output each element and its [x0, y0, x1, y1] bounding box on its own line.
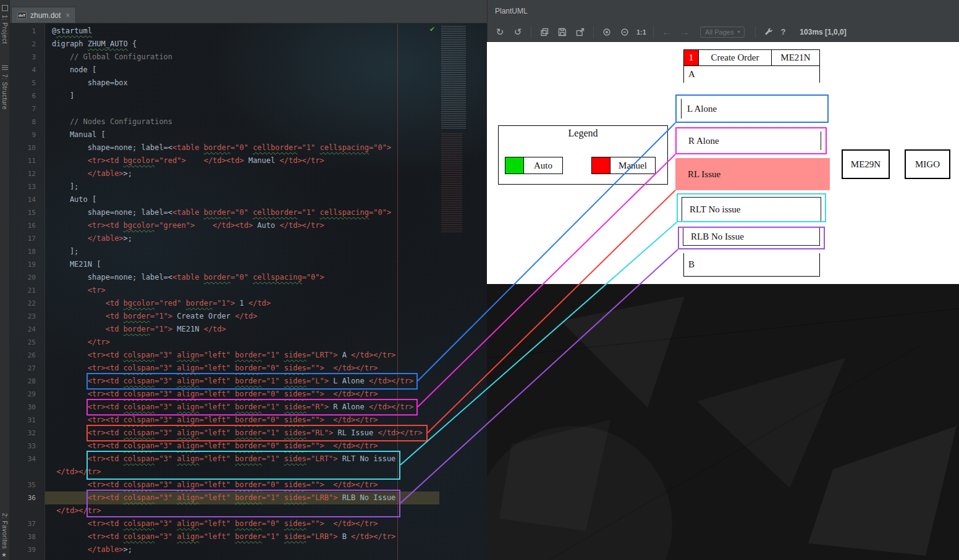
line-number[interactable]: 15 [10, 206, 44, 219]
line-number[interactable]: 11 [10, 154, 44, 167]
code-line[interactable]: ] [45, 90, 423, 102]
line-number[interactable]: 22 [10, 297, 44, 310]
refresh-icon[interactable]: ↻ [494, 26, 506, 38]
code-line[interactable]: Manual [ [45, 128, 423, 141]
sidebar-item-favorites[interactable]: 2: Favorites [1, 513, 8, 549]
code-line[interactable]: <td border="1"> Create Order </td> [45, 310, 423, 323]
code-line[interactable]: ]; [45, 245, 423, 258]
line-number[interactable]: 20 [10, 271, 44, 284]
code-line[interactable]: <tr><td colspan="3" align="left" border=… [45, 517, 423, 530]
line-number[interactable]: 24 [10, 323, 44, 336]
code-line[interactable]: <tr><td colspan="3" align="left" border=… [45, 362, 423, 375]
sidebar-item-structure[interactable]: 7: Structure [1, 74, 8, 110]
line-number[interactable]: 21 [10, 284, 44, 297]
code-line[interactable]: <tr><td colspan="3" align="left" border=… [45, 479, 423, 491]
code-line[interactable]: </table>>; [45, 232, 423, 245]
code-line[interactable]: node [ [45, 64, 423, 77]
line-number[interactable]: 9 [10, 128, 44, 141]
code-line[interactable]: ME21N [ [45, 258, 423, 271]
copy-icon[interactable] [538, 26, 551, 38]
line-number[interactable]: 27 [10, 362, 44, 375]
preview-highlight-rlt-no-issue[interactable]: RLT No issue [677, 193, 826, 222]
zoom-in-icon[interactable] [601, 26, 613, 38]
line-number[interactable]: 36 [10, 491, 44, 504]
code-line[interactable]: </table>>; [45, 167, 423, 180]
code-line[interactable]: @startuml [45, 25, 423, 38]
line-number[interactable]: 35 [10, 479, 44, 491]
code-line[interactable]: <tr><td colspan="3" align="left" border=… [45, 491, 423, 504]
line-number[interactable]: 19 [10, 258, 44, 271]
line-number[interactable]: 10 [10, 141, 44, 154]
line-number[interactable]: 8 [10, 115, 44, 128]
preview-highlight-rl-issue[interactable]: RL Issue [675, 158, 830, 190]
line-number[interactable]: 3 [10, 51, 44, 64]
line-number[interactable]: 25 [10, 336, 44, 349]
code-line[interactable]: <td border="1"> ME21N </td> [45, 323, 423, 336]
reload-icon[interactable]: ↺ [512, 26, 524, 38]
line-number[interactable]: 31 [10, 414, 44, 427]
export-icon[interactable] [574, 26, 586, 38]
code-line[interactable]: shape=none; label=<<table border="0" cel… [45, 271, 423, 284]
line-number[interactable]: 32 [10, 427, 44, 440]
line-number[interactable]: 30 [10, 401, 44, 414]
code-line[interactable]: <tr><td colspan="3" align="left" border=… [45, 414, 423, 427]
code-line[interactable]: shape=none; label=<<table border="0" cel… [45, 206, 423, 219]
code-line[interactable]: </td></tr> [45, 504, 423, 517]
line-number[interactable]: 26 [10, 349, 44, 362]
preview-highlight-rlb-no-issue[interactable]: RLB No Issue [678, 227, 825, 249]
help-icon[interactable]: ? [780, 26, 785, 38]
next-page-icon[interactable]: → [678, 26, 691, 38]
line-number[interactable]: 2 [10, 38, 44, 51]
code-line[interactable]: <tr><td colspan="3" align="left" border=… [45, 401, 423, 414]
line-number[interactable] [10, 466, 44, 479]
code-line[interactable]: </td></tr> [45, 466, 423, 479]
code-line[interactable]: </table>>; [45, 543, 423, 556]
line-number[interactable]: 33 [10, 440, 44, 453]
code-line[interactable]: <tr><td colspan="3" align="left" border=… [45, 349, 423, 362]
line-number[interactable]: 29 [10, 388, 44, 401]
page-selector[interactable]: All Pages ▾ [700, 27, 745, 38]
preview-highlight-l-alone[interactable]: L Alone [675, 94, 829, 123]
code-line[interactable]: digraph ZHUM_AUTO { [45, 38, 423, 51]
code-area[interactable]: @startumldigraph ZHUM_AUTO { // Global C… [45, 25, 423, 556]
code-line[interactable]: shape=none; label=<<table border="0" cel… [45, 141, 423, 154]
line-number[interactable]: 17 [10, 232, 44, 245]
line-number[interactable]: 23 [10, 310, 44, 323]
settings-icon[interactable] [763, 26, 775, 38]
code-line[interactable]: <tr><td colspan="3" align="left" border=… [45, 440, 423, 453]
sidebar-item-project[interactable]: 1: Project [1, 15, 8, 44]
code-line[interactable]: ]; [45, 180, 423, 193]
code-line[interactable]: <tr><td bgcolor="red"> </td><td> Manuel … [45, 154, 423, 167]
line-number[interactable]: 28 [10, 375, 44, 388]
code-line[interactable]: <tr><td colspan="3" align="left" border=… [45, 427, 423, 440]
line-number[interactable]: 13 [10, 180, 44, 193]
tab-zhum-dot[interactable]: doT zhum.dot × [11, 7, 76, 23]
line-number[interactable]: 6 [10, 90, 44, 102]
actual-size-button[interactable]: 1:1 [636, 26, 646, 38]
line-number[interactable]: 14 [10, 193, 44, 206]
line-number[interactable]: 1 [10, 25, 44, 38]
preview-highlight-r-alone[interactable]: R Alone [675, 127, 827, 154]
line-number[interactable]: 16 [10, 219, 44, 232]
code-line[interactable]: <tr><td colspan="3" align="left" border=… [45, 530, 423, 543]
code-line[interactable]: <tr><td colspan="3" align="left" border=… [45, 453, 423, 466]
code-line[interactable]: // Global Configuration [45, 51, 423, 64]
code-line[interactable]: <td bgcolor="red" border="1"> 1 </td> [45, 297, 423, 310]
line-number[interactable]: 37 [10, 517, 44, 530]
code-line[interactable] [45, 102, 423, 115]
code-editor[interactable]: 1234567891011121314151617181920212223242… [10, 23, 487, 560]
code-line[interactable]: <tr><td bgcolor="green"> </td><td> Auto … [45, 219, 423, 232]
line-number[interactable] [10, 504, 44, 517]
zoom-out-icon[interactable] [619, 26, 631, 38]
code-line[interactable]: shape=box [45, 77, 423, 90]
inspections-ok-icon[interactable]: ✔ [429, 25, 435, 33]
code-line[interactable]: // Nodes Configurations [45, 115, 423, 128]
line-number[interactable]: 7 [10, 102, 44, 115]
line-number[interactable]: 5 [10, 77, 44, 90]
code-line[interactable]: <tr> [45, 284, 423, 297]
code-line[interactable]: Auto [ [45, 193, 423, 206]
code-line[interactable]: </tr> [45, 336, 423, 349]
line-number[interactable]: 12 [10, 167, 44, 180]
save-icon[interactable] [556, 26, 568, 38]
code-line[interactable]: <tr><td colspan="3" align="left" border=… [45, 388, 423, 401]
